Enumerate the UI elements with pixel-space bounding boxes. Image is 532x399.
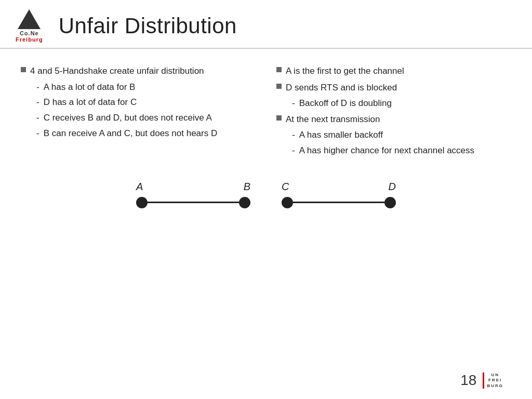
main-bullet-item: 4 and 5-Handshake create unfair distribu… <box>21 64 256 78</box>
sub-item-text: A has smaller backoff <box>299 129 383 141</box>
main-content: 4 and 5-Handshake create unfair distribu… <box>0 49 532 170</box>
diagram-labels-ab: A B <box>136 181 250 193</box>
sub-list: - A has a lot of data for B - D has a lo… <box>36 81 256 140</box>
dash-icon: - <box>292 129 295 141</box>
sub-item-text: B can receive A and C, but does not hear… <box>44 127 218 140</box>
diagram-label-b: B <box>244 181 250 193</box>
list-item: - A has higher chance for next channel a… <box>292 144 511 157</box>
sub-item-text: C receives B and D, but does not receive… <box>44 112 212 124</box>
page-number: 18 <box>460 372 476 389</box>
logo-triangle-icon <box>18 9 41 29</box>
right-column: A is the first to get the channel D send… <box>276 64 511 160</box>
right-sub-list-2: - A has smaller backoff - A has higher c… <box>292 129 511 157</box>
sub-item-text: A has a lot of data for B <box>44 81 136 94</box>
dash-icon: - <box>36 81 39 94</box>
right-sub-list-1: - Backoff of D is doubling <box>292 97 511 110</box>
bullet-square-icon <box>276 115 282 121</box>
list-item: - Backoff of D is doubling <box>292 97 511 110</box>
bullet-square-icon <box>21 67 26 72</box>
left-column: 4 and 5-Handshake create unfair distribu… <box>21 64 256 160</box>
diagram-line-ab <box>136 197 250 208</box>
right-bullet-item-1: A is the first to get the channel <box>276 64 511 78</box>
diagram-dot-b <box>239 197 250 208</box>
dash-icon: - <box>36 127 39 140</box>
right-bullet-text-2: D sends RTS and is blocked <box>286 81 397 95</box>
dash-icon: - <box>292 144 295 157</box>
list-item: - C receives B and D, but does not recei… <box>36 112 256 124</box>
diagram-dot-c <box>282 197 293 208</box>
sub-item-text: Backoff of D is doubling <box>299 97 392 110</box>
header: Co.Ne Freiburg Unfair Distribution <box>0 0 532 49</box>
diagram-line-cd-segment <box>293 202 384 203</box>
diagram-label-d: D <box>389 181 396 193</box>
footer: 18 UN FREI BURG <box>460 372 503 389</box>
uni-logo-line2: FREI <box>488 378 502 383</box>
bullet-square-icon <box>276 67 282 72</box>
sub-item-text: A has higher chance for next channel acc… <box>299 144 474 157</box>
dash-icon: - <box>36 96 39 109</box>
diagram-line-cd <box>282 197 396 208</box>
list-item: - D has a lot of data for C <box>36 96 256 109</box>
bullet-square-icon <box>276 84 282 89</box>
right-bullet-item-3: At the next transmission <box>276 113 511 126</box>
right-bullet-item-2: D sends RTS and is blocked <box>276 81 511 95</box>
diagram-label-a: A <box>136 181 143 193</box>
list-item: - A has a lot of data for B <box>36 81 256 94</box>
diagram-label-c: C <box>282 181 289 193</box>
diagram-line-ab-segment <box>148 202 239 203</box>
uni-logo-line3: BURG <box>487 383 503 389</box>
diagram-dot-d <box>384 197 396 208</box>
uni-logo: UN FREI BURG <box>483 373 503 389</box>
diagram-dot-a <box>136 197 148 208</box>
logo-cone: Co.Ne <box>20 30 39 36</box>
main-bullet-text: 4 and 5-Handshake create unfair distribu… <box>30 64 204 78</box>
diagram-labels-cd: C D <box>282 181 396 193</box>
logo-freiburg: Freiburg <box>16 36 43 43</box>
diagram-pair-ab: A B <box>136 181 250 208</box>
uni-logo-line1: UN <box>491 373 499 378</box>
diagram-pair-cd: C D <box>282 181 396 208</box>
logo: Co.Ne Freiburg <box>16 9 43 43</box>
page-title: Unfair Distribution <box>59 14 237 38</box>
diagram-area: A B C D <box>0 170 532 214</box>
sub-item-text: D has a lot of data for C <box>44 96 137 109</box>
list-item: - B can receive A and C, but does not he… <box>36 127 256 140</box>
dash-icon: - <box>36 112 39 124</box>
right-at-next-text: At the next transmission <box>286 113 380 126</box>
right-bullet-text-1: A is the first to get the channel <box>286 64 404 78</box>
list-item: - A has smaller backoff <box>292 129 511 141</box>
dash-icon: - <box>292 97 295 110</box>
